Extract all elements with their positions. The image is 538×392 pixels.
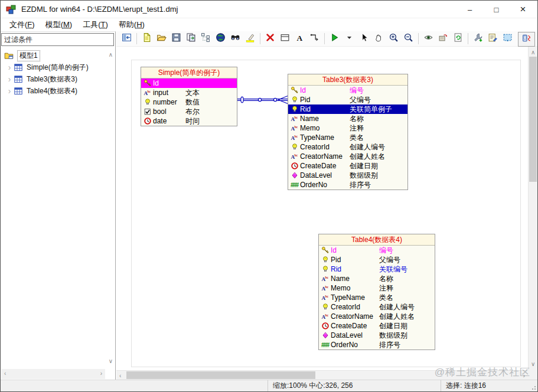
field-type: 文本 (185, 88, 200, 97)
tree-item-simple[interactable]: ›Simple(简单的例子) (2, 61, 105, 73)
canvas-scroll-down-arrow[interactable]: ∨ (531, 361, 535, 367)
eye-button[interactable] (421, 32, 436, 45)
resize-grip[interactable] (529, 383, 537, 391)
open-file-button[interactable] (154, 32, 169, 45)
zoom-out-button[interactable] (401, 32, 416, 45)
svg-text:bc: bc (325, 295, 328, 298)
copy-button[interactable] (184, 32, 198, 45)
globe-button[interactable] (213, 32, 228, 45)
tree-item-table4[interactable]: ›Table4(数据表4) (2, 85, 105, 97)
table-shape-button[interactable] (278, 32, 292, 45)
run-button[interactable] (327, 32, 342, 45)
zoom-out-icon (403, 32, 413, 45)
connector-button[interactable] (307, 32, 322, 45)
field-row-table3-datalevel[interactable]: DataLevel数据级别 (288, 171, 407, 180)
find-button[interactable] (228, 32, 243, 45)
new-file-button[interactable] (139, 32, 154, 45)
zoom-in-button[interactable] (386, 32, 401, 45)
sidebar-scroll-left-arrow[interactable]: ‹ (4, 371, 6, 377)
tree-item-table3[interactable]: ›Table3(数据表3) (2, 73, 105, 85)
canvas-scroll-up-arrow[interactable]: ∧ (531, 50, 535, 55)
field-row-simple-id[interactable]: Id (141, 79, 237, 88)
field-row-table4-name[interactable]: AbcName名称 (319, 274, 435, 283)
field-type: 关联编号 (379, 264, 407, 274)
expand-chevron-icon[interactable]: › (5, 86, 14, 96)
field-row-table3-createdate[interactable]: CreateDate创建日期 (288, 161, 407, 171)
filter-input[interactable] (1, 33, 114, 46)
field-row-table4-createdate[interactable]: CreateDate创建日期 (319, 321, 435, 331)
field-row-table3-id[interactable]: Id编号 (288, 86, 407, 95)
add-tool-button[interactable] (471, 32, 485, 45)
toolbar-separator (324, 33, 325, 44)
field-row-table4-creatorid[interactable]: CreatorId创建人编号 (319, 302, 435, 312)
entity-table4[interactable]: Table4(数据表4)Id编号Pid父编号Rid关联编号AbcName名称Ab… (318, 234, 435, 350)
expand-chevron-icon[interactable]: › (5, 74, 14, 84)
field-row-table3-orderno[interactable]: ###OrderNo排序号 (288, 180, 407, 190)
canvas-hscroll-thumb[interactable] (126, 371, 315, 379)
text-button[interactable]: A (292, 32, 307, 45)
delete-button[interactable] (263, 32, 278, 45)
field-row-table3-pid[interactable]: Pid父编号 (288, 95, 407, 104)
minimize-button[interactable]: – (457, 1, 483, 18)
field-row-simple-number[interactable]: number数值 (141, 97, 237, 107)
field-row-table3-name[interactable]: AbcName名称 (288, 114, 407, 123)
field-type: 数值 (185, 97, 200, 107)
field-row-table3-rid[interactable]: Rid关联简单例子 (288, 104, 407, 114)
field-row-simple-bool[interactable]: bool布尔 (141, 107, 237, 116)
field-name: number (153, 97, 177, 107)
tree-root-model1[interactable]: 模型1 (2, 50, 105, 61)
panel-toggle-button[interactable] (119, 32, 134, 45)
field-row-table4-orderno[interactable]: ###OrderNo排序号 (319, 340, 435, 349)
maximize-button[interactable]: □ (483, 1, 510, 18)
entity-title-table3: Table3(数据表3) (288, 74, 407, 86)
field-type: 关联简单例子 (350, 104, 392, 114)
close-button[interactable]: × (510, 1, 536, 18)
refresh-button[interactable] (451, 32, 465, 45)
entity-simple[interactable]: Simple(简单的例子)IdAbcinput文本number数值bool布尔d… (141, 67, 237, 126)
field-row-table4-rid[interactable]: Rid关联编号 (319, 264, 435, 274)
generate-button[interactable] (436, 32, 451, 45)
menu-item-model[interactable]: 模型(M) (40, 19, 78, 31)
expand-chevron-icon[interactable]: › (5, 63, 14, 72)
properties-button[interactable] (485, 32, 500, 45)
field-row-table4-creatorname[interactable]: AbcCreatorName创建人姓名 (319, 312, 435, 321)
field-row-table3-memo[interactable]: AbcMemo注释 (288, 123, 407, 133)
save-button[interactable] (169, 32, 184, 45)
field-row-table4-id[interactable]: Id编号 (319, 246, 435, 255)
diagram-canvas[interactable]: @稀土掘金技术社区 ∧ ∨ ‹ › Simple(简单的例子)IdAbcinpu… (116, 47, 537, 380)
field-row-table3-creatorid[interactable]: CreatorId创建人编号 (288, 142, 407, 152)
app-window: EZDML for win64 - D:\EZDML\erupt_test1.d… (0, 0, 538, 392)
tree-scroll-down-arrow[interactable]: ∨ (109, 358, 113, 364)
canvas-vscrollbar[interactable]: ∧ ∨ (528, 47, 537, 370)
field-row-simple-date[interactable]: date时间 (141, 116, 237, 126)
tree-scroll-up-arrow[interactable]: ∧ (109, 52, 113, 58)
field-row-table4-datalevel[interactable]: DataLevel数据级别 (319, 331, 435, 340)
abc-icon: Abc (289, 115, 299, 123)
cursor-button[interactable] (357, 32, 371, 45)
canvas-vscroll-thumb[interactable] (529, 57, 537, 182)
field-type: 注释 (379, 283, 393, 293)
add-tool-icon (473, 32, 483, 45)
sidebar-scroll-right-arrow[interactable]: › (100, 371, 102, 377)
selection-box-button[interactable] (500, 32, 515, 45)
field-row-table3-creatorname[interactable]: AbcCreatorName创建人姓名 (288, 152, 407, 161)
menu-item-help[interactable]: 帮助(H) (113, 19, 150, 31)
dropdown-button[interactable] (342, 32, 357, 45)
menu-item-tools[interactable]: 工具(T) (77, 19, 113, 31)
sidebar-hscrollbar[interactable]: ‹ › (1, 369, 105, 379)
sync-button[interactable] (519, 32, 534, 46)
field-row-table3-typename[interactable]: AbcTypeName类名 (288, 133, 407, 142)
hand-button[interactable] (371, 32, 386, 45)
menu-item-file[interactable]: 文件(F) (4, 19, 40, 31)
toolbar-separator (136, 33, 137, 44)
highlighter-button[interactable] (243, 32, 257, 45)
field-row-simple-input[interactable]: Abcinput文本 (141, 88, 237, 97)
entity-table3[interactable]: Table3(数据表3)Id编号Pid父编号Rid关联简单例子AbcName名称… (288, 74, 408, 190)
abc-icon: Abc (320, 312, 330, 321)
canvas-scroll-left-arrow[interactable]: ‹ (119, 373, 121, 379)
tree-nodes-button[interactable] (198, 32, 213, 45)
field-row-table4-typename[interactable]: AbcTypeName类名 (319, 293, 435, 302)
field-row-table4-pid[interactable]: Pid父编号 (319, 255, 435, 264)
tree-item-label: Simple(简单的例子) (27, 63, 89, 73)
field-row-table4-memo[interactable]: AbcMemo注释 (319, 283, 435, 293)
